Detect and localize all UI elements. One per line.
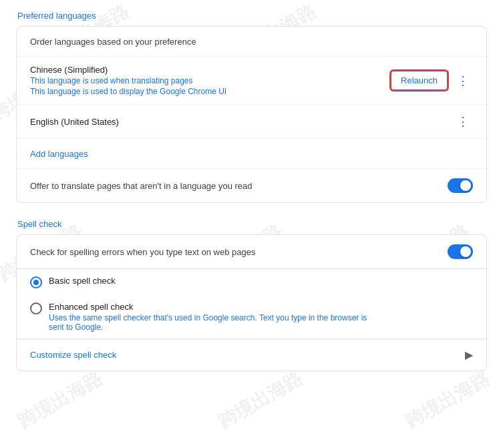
english-lang-name: English (United States): [30, 117, 119, 127]
basic-spell-check-title: Basic spell check: [49, 276, 116, 286]
basic-spell-check-row: Basic spell check: [17, 269, 486, 295]
spell-check-card: Check for spelling errors when you type …: [16, 234, 487, 371]
english-lang-info: English (United States): [30, 117, 119, 127]
basic-spell-check-label-group: Basic spell check: [49, 276, 116, 286]
chinese-more-button[interactable]: ⋮: [453, 72, 473, 89]
chinese-lang-sub1: This language is used when translating p…: [30, 76, 226, 85]
spell-check-toggle[interactable]: [448, 244, 473, 259]
enhanced-spell-check-desc: Uses the same spell checker that's used …: [49, 313, 369, 332]
chinese-lang-info: Chinese (Simplified) This language is us…: [30, 65, 226, 96]
translate-toggle-text: Offer to translate pages that aren't in …: [30, 181, 253, 191]
spell-check-toggle-row: Check for spelling errors when you type …: [17, 235, 486, 268]
chevron-right-icon: ▶: [465, 349, 473, 361]
main-content: Preferred languages Order languages base…: [16, 11, 487, 371]
enhanced-spell-check-label-group: Enhanced spell check Uses the same spell…: [49, 302, 369, 332]
preferred-languages-card: Order languages based on your preference…: [16, 26, 487, 203]
translate-toggle-row: Offer to translate pages that aren't in …: [17, 169, 486, 202]
add-languages-button[interactable]: Add languages: [30, 149, 88, 159]
enhanced-spell-check-title: Enhanced spell check: [49, 302, 369, 312]
customize-spell-check-row[interactable]: Customize spell check ▶: [17, 339, 486, 371]
chinese-lang-sub2: This language is used to display the Goo…: [30, 87, 226, 96]
add-languages-section: Add languages: [17, 139, 486, 169]
preferred-languages-section: Preferred languages Order languages base…: [16, 11, 487, 203]
translate-toggle[interactable]: [448, 178, 473, 193]
english-more-button[interactable]: ⋮: [453, 113, 473, 130]
language-row-chinese: Chinese (Simplified) This language is us…: [17, 57, 486, 105]
spell-check-toggle-text: Check for spelling errors when you type …: [30, 247, 255, 257]
relaunch-button[interactable]: Relaunch: [391, 71, 448, 90]
enhanced-spell-check-radio[interactable]: [30, 302, 42, 314]
chinese-lang-name: Chinese (Simplified): [30, 65, 226, 75]
customize-spell-check-text: Customize spell check: [30, 350, 116, 360]
enhanced-spell-check-row: Enhanced spell check Uses the same spell…: [17, 295, 486, 339]
spell-check-title: Spell check: [16, 219, 487, 229]
english-lang-actions: ⋮: [453, 113, 473, 130]
spell-check-toggle-slider: [448, 244, 473, 259]
chinese-lang-actions: Relaunch ⋮: [391, 71, 473, 90]
translate-toggle-slider: [448, 178, 473, 193]
spell-check-section: Spell check Check for spelling errors wh…: [16, 219, 487, 371]
preferred-languages-title: Preferred languages: [16, 11, 487, 21]
language-row-english: English (United States) ⋮: [17, 105, 486, 139]
order-languages-header: Order languages based on your preference: [17, 27, 486, 57]
order-languages-text: Order languages based on your preference: [30, 37, 196, 47]
basic-spell-check-radio[interactable]: [30, 276, 42, 288]
